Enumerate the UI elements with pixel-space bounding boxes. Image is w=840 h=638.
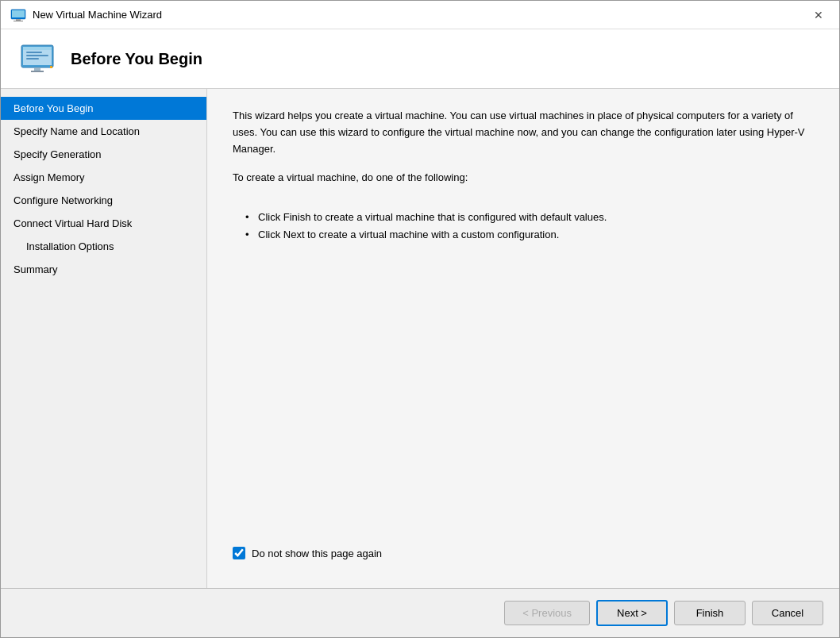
next-button[interactable]: Next > <box>596 600 668 626</box>
sidebar-item-configure-networking[interactable]: Configure Networking <box>1 189 206 212</box>
sidebar-label-assign-memory: Assign Memory <box>13 171 85 183</box>
list-item-next: Click Next to create a virtual machine w… <box>245 226 814 244</box>
main-body: Before You Begin Specify Name and Locati… <box>1 89 839 588</box>
close-button[interactable]: ✕ <box>807 4 830 26</box>
svg-rect-9 <box>26 58 39 60</box>
title-bar: New Virtual Machine Wizard ✕ <box>1 1 839 29</box>
sidebar-label-specify-generation: Specify Generation <box>13 148 102 160</box>
svg-rect-1 <box>12 10 25 17</box>
previous-button[interactable]: < Previous <box>504 601 590 625</box>
header-area: Before You Begin <box>1 29 839 89</box>
do-not-show-checkbox[interactable] <box>233 547 245 559</box>
footer: < Previous Next > Finish Cancel <box>1 588 839 637</box>
header-icon <box>20 44 58 74</box>
content-paragraph-2: To create a virtual machine, do one of t… <box>233 170 814 186</box>
svg-rect-2 <box>16 19 21 21</box>
sidebar-label-summary: Summary <box>13 263 58 275</box>
svg-rect-3 <box>13 21 23 21</box>
list-item-finish: Click Finish to create a virtual machine… <box>245 209 814 226</box>
content-area: This wizard helps you create a virtual m… <box>207 89 839 588</box>
titlebar-icon <box>10 9 26 21</box>
content-paragraph-1: This wizard helps you create a virtual m… <box>233 108 814 157</box>
window-title: New Virtual Machine Wizard <box>33 9 807 21</box>
svg-rect-12 <box>50 66 52 68</box>
sidebar-item-before-you-begin[interactable]: Before You Begin <box>1 97 206 120</box>
sidebar-label-before-you-begin: Before You Begin <box>13 102 93 114</box>
svg-rect-10 <box>34 67 40 71</box>
svg-rect-8 <box>26 55 48 56</box>
do-not-show-label[interactable]: Do not show this page again <box>252 548 382 559</box>
checkbox-area: Do not show this page again <box>233 547 814 569</box>
svg-rect-6 <box>23 47 52 50</box>
sidebar: Before You Begin Specify Name and Locati… <box>1 89 207 588</box>
cancel-button[interactable]: Cancel <box>752 601 823 625</box>
wizard-window: New Virtual Machine Wizard ✕ Before You … <box>0 0 840 638</box>
content-list: Click Finish to create a virtual machine… <box>245 209 814 244</box>
sidebar-item-connect-vhd[interactable]: Connect Virtual Hard Disk <box>1 212 206 235</box>
sidebar-label-configure-networking: Configure Networking <box>13 194 113 206</box>
sidebar-item-summary[interactable]: Summary <box>1 258 206 281</box>
svg-rect-7 <box>26 52 42 53</box>
finish-button[interactable]: Finish <box>674 601 746 625</box>
sidebar-label-specify-name: Specify Name and Location <box>13 125 140 137</box>
sidebar-label-installation-options: Installation Options <box>26 240 114 252</box>
sidebar-item-assign-memory[interactable]: Assign Memory <box>1 166 206 189</box>
sidebar-label-connect-vhd: Connect Virtual Hard Disk <box>13 217 132 229</box>
sidebar-item-specify-name[interactable]: Specify Name and Location <box>1 120 206 143</box>
svg-rect-11 <box>31 71 44 72</box>
page-title: Before You Begin <box>71 50 202 68</box>
sidebar-item-specify-generation[interactable]: Specify Generation <box>1 143 206 166</box>
sidebar-item-installation-options[interactable]: Installation Options <box>1 235 206 258</box>
